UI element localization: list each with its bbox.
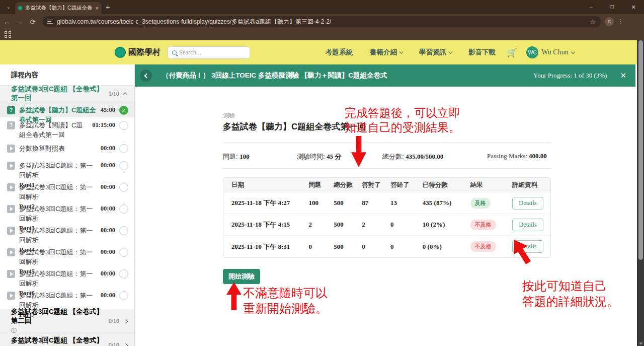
incomplete-circle-icon <box>119 248 128 257</box>
nav-item-video-downloads[interactable]: 影音下載 <box>468 48 496 57</box>
stat-passing-marks: Passing Marks: 400.00 <box>487 152 547 160</box>
forward-icon[interactable]: → <box>13 18 26 26</box>
tab-close-icon[interactable]: × <box>96 5 99 11</box>
divider <box>223 143 551 143</box>
scrollbar-down-arrow[interactable] <box>639 342 643 345</box>
site-info-icon[interactable] <box>47 19 53 25</box>
incomplete-circle-icon <box>119 226 128 235</box>
window-maximize-button[interactable]: ❐ <box>602 0 623 14</box>
video-icon <box>7 145 15 153</box>
page-scrollbar[interactable] <box>637 40 644 346</box>
annotation-details: 按此可知道自己答題的詳細狀況。 <box>522 279 619 309</box>
quiz-icon: ? <box>7 106 15 114</box>
window-controls: – ❐ ✕ <box>581 0 644 14</box>
browser-profile-avatar[interactable]: C <box>605 17 614 26</box>
cart-icon[interactable]: 🛒 <box>507 47 517 58</box>
chevron-down-icon <box>399 49 403 53</box>
incomplete-circle-icon <box>119 144 128 153</box>
sidebar-title: 課程內容 <box>0 64 134 86</box>
section-progress: 1/10 <box>109 90 119 98</box>
site-logo[interactable]: 國際學村 <box>115 47 160 58</box>
browser-tab[interactable]: 多益試卷【聽力】C題組全卷式 × <box>15 2 102 14</box>
video-icon <box>7 227 15 235</box>
sidebar-item-analysis-part4[interactable]: 多益試卷3回C題組：第一回解析Part4 00:00 <box>0 223 134 244</box>
sidebar-item-analysis-part3[interactable]: 多益試卷3回C題組：第一回解析Part3 00:00 <box>0 201 134 223</box>
course-title: （付費商品！） 3回線上TOEIC 多益模擬測驗 【聽力＋閱讀】C題組全卷式 <box>162 71 533 80</box>
search-icon <box>172 50 177 55</box>
scrollbar-thumb[interactable] <box>638 40 643 260</box>
tab-favicon-icon <box>18 6 22 10</box>
logo-icon <box>115 47 126 58</box>
browser-tab-strip: ⌄ 多益試卷【聽力】C題組全卷式 × + – ❐ ✕ <box>0 0 644 14</box>
new-tab-button[interactable]: + <box>106 3 110 11</box>
sidebar-section-round3[interactable]: 多益試卷3回C題組 【全卷式】 第三回 0/10 <box>0 333 134 346</box>
browser-menu-icon[interactable]: ⋮ <box>618 18 624 25</box>
video-icon <box>7 205 15 213</box>
table-row: 2025-11-18 下午 4:27 100 500 87 13 435 (87… <box>223 192 550 214</box>
user-avatar: WC <box>526 46 538 58</box>
chevron-left-icon <box>144 73 149 78</box>
bookmark-star-icon[interactable]: ☆ <box>590 18 596 26</box>
result-badge-fail: 不及格 <box>470 220 496 230</box>
sidebar-item-analysis-part1[interactable]: 多益試卷3回C題組：第一回解析Part1 00:00 <box>0 158 134 179</box>
course-progress: Your Progress: 1 of 30 (3%) <box>533 72 607 80</box>
browser-toolbar: ← → ⟳ globalv.com.tw/courses/toeic-c_3se… <box>0 14 644 29</box>
window-close-button[interactable]: ✕ <box>623 0 644 14</box>
sidebar-item-analysis-part6[interactable]: 多益試卷3回C題組：第一回解析Part6 00:00 <box>0 266 134 288</box>
info-icon: ⓘ <box>11 327 17 333</box>
result-badge-fail: 不及格 <box>470 241 496 252</box>
tab-title: 多益試卷【聽力】C題組全卷式 <box>25 5 93 12</box>
logo-text: 國際學村 <box>128 47 160 58</box>
incomplete-circle-icon <box>119 204 128 214</box>
course-content-sidebar: 課程內容 多益試卷3回C題組 【全卷式】 第一回 1/10 ? 多益試卷【聽力】… <box>0 64 135 346</box>
course-header-bar: （付費商品！） 3回線上TOEIC 多益模擬測驗 【聽力＋閱讀】C題組全卷式 Y… <box>135 64 635 87</box>
site-search[interactable] <box>168 46 250 59</box>
apps-grid-icon[interactable] <box>5 31 11 38</box>
sidebar-section-round2[interactable]: 多益試卷3回C題組 【全卷式】 第二回ⓘ 0/10 <box>0 309 134 333</box>
details-button[interactable]: Details <box>512 219 543 231</box>
url-bar[interactable]: globalv.com.tw/courses/toeic-c_3setquest… <box>42 16 601 27</box>
sidebar-section-round1[interactable]: 多益試卷3回C題組 【全卷式】 第一回 1/10 <box>0 86 134 102</box>
table-row: 2025-11-18 下午 4:15 2 500 2 0 10 (2%) 不及格… <box>223 214 550 236</box>
video-icon <box>7 183 15 191</box>
quiz-icon: ? <box>7 121 15 129</box>
sidebar-item-analysis-part5[interactable]: 多益試卷3回C題組：第一回解析Part5 00:00 <box>0 244 134 266</box>
user-menu[interactable]: WC Wu Chun <box>526 46 575 58</box>
sidebar-item-reading-quiz[interactable]: ? 多益試卷【閱讀】C題組全卷式第一回 01:15:00 <box>0 117 134 141</box>
search-input[interactable] <box>179 49 234 56</box>
video-icon <box>7 292 15 300</box>
chevron-up-icon <box>123 92 127 96</box>
incomplete-circle-icon <box>119 291 128 300</box>
details-button[interactable]: Details <box>512 197 543 210</box>
nav-item-learning-info[interactable]: 學習資訊 <box>419 48 451 57</box>
section-progress: 0/10 <box>109 317 119 325</box>
completed-check-icon: ✓ <box>119 106 128 115</box>
chevron-down-icon <box>571 49 575 53</box>
table-header-row: 日期 問題 總分數 答對了 答錯了 已得分數 結果 詳細資料 <box>223 178 550 192</box>
reload-icon[interactable]: ⟳ <box>26 18 39 26</box>
url-text: globalv.com.tw/courses/toeic-c_3setquest… <box>57 18 584 26</box>
sidebar-item-analysis-part2[interactable]: 多益試卷3回C題組：第一回解析Part2 00:00 <box>0 179 134 201</box>
site-header: 國際學村 考題系統 書籍介紹 學習資訊 影音下載 🛒 WC Wu Chun <box>0 40 644 64</box>
video-icon <box>7 248 15 256</box>
course-close-icon[interactable]: ✕ <box>620 71 626 80</box>
divider <box>223 168 551 169</box>
course-back-button[interactable] <box>140 70 152 82</box>
tab-search-chevron-icon[interactable]: ⌄ <box>3 3 14 12</box>
bookmarks-bar <box>0 29 644 40</box>
sidebar-item-listening-quiz[interactable]: ? 多益試卷【聽力】C題組全卷式第一回 45:00 ✓ <box>0 102 134 117</box>
chevron-down-icon <box>448 49 452 53</box>
stat-total-score: 總分數: 435.00/500.00 <box>382 152 443 161</box>
sidebar-item-score-table[interactable]: 分數換算對照表 00:00 <box>0 141 134 158</box>
window-minimize-button[interactable]: – <box>581 0 602 14</box>
video-icon <box>7 270 15 278</box>
chevron-right-icon <box>124 319 128 323</box>
back-icon[interactable]: ← <box>0 18 13 26</box>
chevron-right-icon <box>124 343 128 346</box>
nav-item-books[interactable]: 書籍介紹 <box>370 48 402 57</box>
stat-duration: 測驗時間: 45 分 <box>297 152 342 161</box>
quiz-main-panel: 測驗 多益試卷【聽力】C題組全卷式第一回 問題: 100 測驗時間: 45 分 … <box>135 87 635 346</box>
start-quiz-button[interactable]: 開始測驗 <box>223 269 260 284</box>
sidebar-item-analysis-part7[interactable]: 多益試卷3回C題組：第一回解析Part7 00:00 <box>0 288 134 309</box>
nav-item-exam-system[interactable]: 考題系統 <box>326 48 353 57</box>
